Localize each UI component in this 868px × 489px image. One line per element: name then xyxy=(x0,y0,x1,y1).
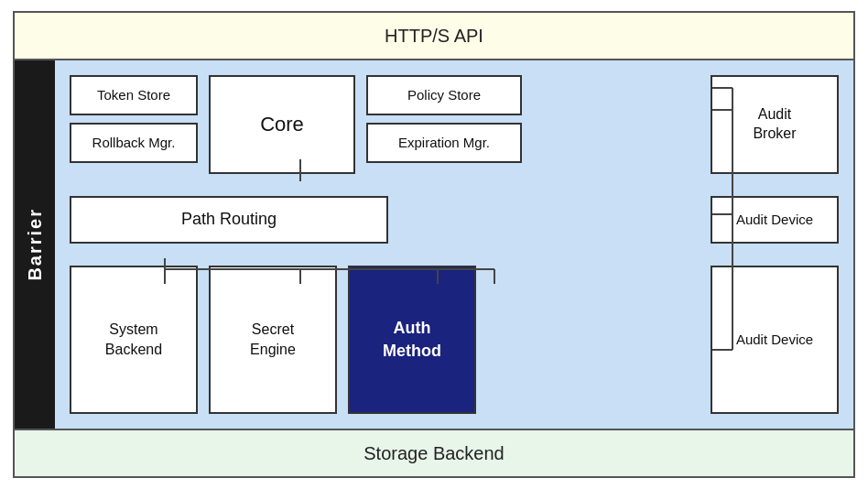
storage-backend-bar: Storage Backend xyxy=(15,429,853,476)
policy-store-box: Policy Store xyxy=(366,75,522,115)
core-box: Core xyxy=(209,75,355,174)
secret-engine-box: Secret Engine xyxy=(209,266,337,414)
path-routing-box: Path Routing xyxy=(70,196,388,244)
rollback-mgr-box: Rollback Mgr. xyxy=(70,123,198,163)
barrier-label: Barrier xyxy=(25,208,46,281)
main-content-area: Token Store Rollback Mgr. Core Policy St… xyxy=(55,60,853,429)
row-1: Token Store Rollback Mgr. Core Policy St… xyxy=(70,75,839,174)
spacer-3 xyxy=(487,266,700,414)
spacer-1 xyxy=(533,75,700,174)
http-api-label: HTTP/S API xyxy=(385,26,483,47)
row-2: Path Routing Audit Device xyxy=(70,196,839,244)
left-stack: Token Store Rollback Mgr. xyxy=(70,75,198,174)
row-3: System Backend Secret Engine Auth Method… xyxy=(70,266,839,414)
middle-section: Barrier xyxy=(15,60,853,429)
expiration-mgr-box: Expiration Mgr. xyxy=(366,123,522,163)
http-api-bar: HTTP/S API xyxy=(15,13,853,60)
auth-method-box: Auth Method xyxy=(348,266,476,414)
middle-stack: Policy Store Expiration Mgr. xyxy=(366,75,522,174)
diagram-wrapper: HTTP/S API Barrier xyxy=(13,11,855,478)
audit-device-1-box: Audit Device xyxy=(711,196,839,244)
spacer-2 xyxy=(399,196,700,244)
audit-broker-box: Audit Broker xyxy=(711,75,839,174)
storage-backend-label: Storage Backend xyxy=(363,443,504,464)
barrier-column: Barrier xyxy=(15,60,55,429)
token-store-box: Token Store xyxy=(70,75,198,115)
system-backend-box: System Backend xyxy=(70,266,198,414)
audit-device-2-box: Audit Device xyxy=(711,266,839,414)
